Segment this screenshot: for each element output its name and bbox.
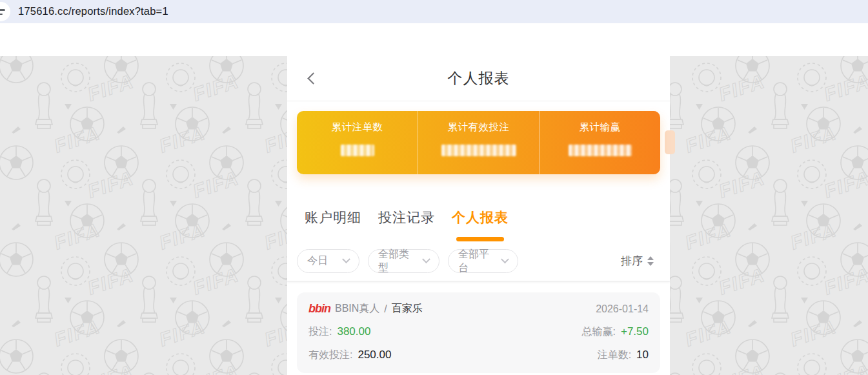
valid-bet-amount: 有效投注: 250.00 [308,349,391,362]
sort-control[interactable]: 排序 [621,254,654,269]
tab-bet-records[interactable]: 投注记录 [378,208,435,241]
sort-arrows-icon [647,256,654,266]
provider-name: BBIN真人 [335,302,379,316]
active-tab-underline [456,237,504,241]
page-title: 个人报表 [448,68,510,88]
stat-total-bets: 累计注单数 [297,111,418,174]
masked-value [341,145,374,156]
masked-value [569,145,632,156]
filter-bar: 今日 全部类型 全部平台 排序 [287,241,670,281]
bet-count: 注单数: 10 [598,349,649,362]
summary-section: 累计注单数 累计有效投注 累计输赢 [287,101,670,184]
game-name: 百家乐 [392,302,423,316]
browser-white-strip [0,23,868,56]
chevron-left-icon [307,72,319,84]
winloss-amount: 总输赢: +7.50 [582,325,649,339]
filter-type-dropdown[interactable]: 全部类型 [368,249,439,273]
chevron-down-icon [422,255,430,263]
record-card[interactable]: bbin BBIN真人 / 百家乐 2026-01-14 投注: 380.00 … [297,292,660,373]
chevron-down-icon [342,255,350,263]
carousel-next-card-peek[interactable] [665,130,675,154]
stat-total-winloss: 累计输赢 [539,111,660,174]
stat-total-valid-bets: 累计有效投注 [418,111,539,174]
screen: 175616.cc/reports/index?tab=1 [0,0,868,375]
url-text[interactable]: 175616.cc/reports/index?tab=1 [18,5,168,17]
report-panel: 个人报表 累计注单数 累计有效投注 累计输赢 账户 [287,56,670,375]
bet-amount: 投注: 380.00 [308,325,370,339]
stat-label: 累计有效投注 [448,121,510,134]
summary-stats-card: 累计注单数 累计有效投注 累计输赢 [297,111,660,174]
record-title: bbin BBIN真人 / 百家乐 [308,302,423,316]
stat-label: 累计输赢 [580,121,621,134]
filter-platform-dropdown[interactable]: 全部平台 [448,249,518,273]
site-favicon-icon [0,2,10,21]
tab-bar: 账户明细 投注记录 个人报表 [287,208,670,241]
stat-label: 累计注单数 [332,121,383,134]
chevron-down-icon [501,255,509,263]
back-button[interactable] [304,71,321,88]
masked-value [441,145,516,156]
record-date: 2026-01-14 [596,303,649,315]
page-header: 个人报表 [287,56,670,101]
tab-personal-report[interactable]: 个人报表 [452,208,509,241]
bbin-logo: bbin [308,302,330,316]
record-list: bbin BBIN真人 / 百家乐 2026-01-14 投注: 380.00 … [287,281,670,373]
tab-account-details[interactable]: 账户明细 [305,208,361,241]
browser-url-bar[interactable]: 175616.cc/reports/index?tab=1 [0,0,868,23]
filter-date-dropdown[interactable]: 今日 [297,249,359,273]
